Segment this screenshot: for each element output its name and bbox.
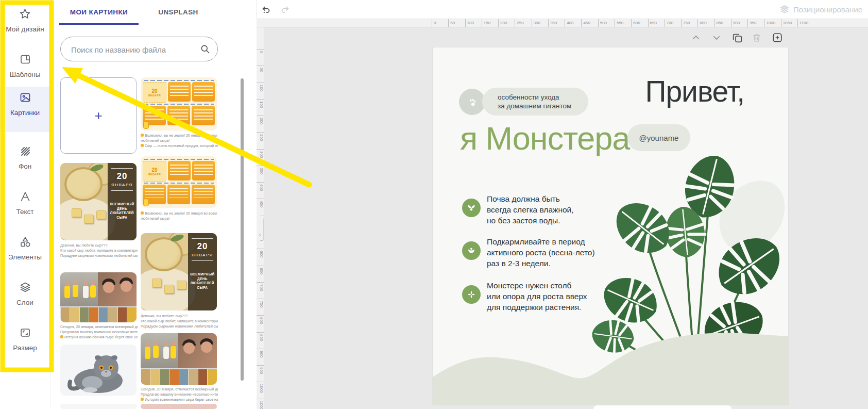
bullet-icon-soil[interactable]: [462, 199, 481, 217]
search-box: [60, 37, 218, 61]
v-ruler-tick: 450: [257, 199, 264, 207]
positioning-label: Позиционирование: [793, 5, 862, 14]
v-ruler-tick: 50: [257, 66, 264, 72]
poster-title-name[interactable]: я Монстера: [460, 120, 629, 157]
tile-caption: Возможно, вы не знали! 20 января во всем…: [141, 133, 218, 149]
handle-pill[interactable]: @youname: [627, 124, 690, 151]
sidebar-item-text[interactable]: Текст: [0, 186, 50, 231]
sidebar-item-layers[interactable]: Слои: [0, 276, 50, 322]
v-ruler-tick: 950: [257, 365, 264, 374]
h-ruler-tick: 750: [681, 19, 690, 27]
image-tile-infographic-1[interactable]: 20ЯНВАРЯ: [141, 77, 217, 130]
h-ruler-tick: 550: [615, 19, 623, 27]
bullet-text-2[interactable]: Подкармливайте в период активного роста …: [487, 236, 621, 269]
bullet-text-3[interactable]: Монстере нужен столб или опора для роста…: [487, 280, 621, 313]
h-ruler-tick: 650: [648, 19, 657, 27]
poster-title-hello[interactable]: Привет,: [645, 74, 744, 108]
image-tile-people-2[interactable]: [141, 333, 217, 385]
upload-image-tile[interactable]: +: [60, 77, 137, 154]
move-layer-up-button[interactable]: [689, 31, 703, 44]
handle-text: @youname: [639, 134, 679, 142]
sidebar-item-label: Размер: [13, 344, 37, 352]
cheese-tile-text-panel: 20 ЯНВАРЯ ВСЕМИРНЫЙ ДЕНЬ ЛЮБИТЕЛЕЙ СЫРА: [108, 163, 137, 240]
topic-text: особенности ухода за домашним гигантом: [498, 93, 588, 110]
h-ruler-tick: 450: [581, 19, 590, 27]
v-ruler-tick: 200: [257, 116, 264, 124]
topic-pill[interactable]: особенности ухода за домашним гигантом: [482, 88, 588, 116]
search-input[interactable]: [70, 38, 196, 61]
h-ruler-tick: 500: [598, 19, 607, 27]
cheese-day: 20: [108, 171, 137, 182]
sidebar-item-label: Мой дизайн: [6, 25, 44, 33]
bloom-icon: [466, 245, 477, 256]
tile-caption: Сегодня, 20 января, отмечается всемирный…: [60, 324, 138, 340]
layers-icon: [779, 4, 790, 14]
copy-icon: [732, 32, 743, 43]
search-icon[interactable]: [200, 44, 210, 56]
sidebar-item-my-design[interactable]: Мой дизайн: [0, 3, 50, 48]
image-tile-infographic-2[interactable]: 20ЯНВАРЯ: [141, 156, 217, 208]
tab-unsplash[interactable]: UNSPLASH: [139, 0, 218, 24]
add-page-button[interactable]: [771, 31, 784, 44]
panel-scrollbar[interactable]: [241, 78, 244, 381]
hatch-icon: [19, 144, 32, 158]
bullet-text-1[interactable]: Почва должна быть всегда слегка влажной,…: [487, 193, 621, 226]
v-ruler-tick: 0: [257, 49, 264, 53]
sidebar-item-label: Фон: [19, 162, 31, 170]
top-toolbar: Позиционирование: [257, 0, 868, 19]
cheese-month: ЯНВАРЯ: [108, 183, 137, 187]
h-ruler-tick: 200: [498, 19, 507, 27]
v-ruler-tick: 300: [257, 149, 264, 158]
tile-caption: Девочки, вы любите сыр??? Кто какой сыр …: [141, 314, 218, 329]
tab-label: UNSPLASH: [158, 8, 198, 16]
h-ruler-tick: 150: [482, 19, 490, 27]
h-ruler-tick: 900: [731, 19, 740, 27]
duplicate-button[interactable]: [730, 31, 744, 44]
sidebar-item-images[interactable]: Картинки: [0, 87, 50, 132]
zoom-bar[interactable]: [593, 405, 731, 409]
h-ruler-tick: 1100: [797, 19, 808, 27]
bullet-icon-feed[interactable]: [462, 241, 481, 260]
image-tile-cat[interactable]: [60, 345, 137, 396]
v-ruler-tick: 350: [257, 166, 264, 174]
bullet-icon-support[interactable]: [462, 285, 481, 304]
horizontal-ruler: 0501001502002503003504004505005506006507…: [257, 19, 868, 27]
image-tile-partial[interactable]: [60, 404, 137, 409]
images-panel: МОИ КАРТИНКИ UNSPLASH + 20 ЯНВАРЯ ВСЕМИР…: [50, 0, 257, 409]
v-ruler-tick: 150: [257, 99, 264, 108]
sidebar-item-label: Элементы: [8, 253, 42, 261]
h-ruler-tick: 950: [747, 19, 756, 27]
artboard[interactable]: особенности ухода за домашним гигантом П…: [433, 47, 788, 405]
undo-button[interactable]: [260, 3, 273, 15]
delete-button[interactable]: [750, 31, 763, 44]
topic-icon-circle[interactable]: [459, 89, 485, 115]
tab-my-images[interactable]: МОИ КАРТИНКИ: [59, 0, 139, 24]
image-tile-partial-2[interactable]: [141, 404, 217, 409]
sidebar-item-label: Текст: [16, 208, 34, 216]
h-ruler-tick: 0: [432, 19, 436, 27]
layers-icon: [19, 281, 32, 294]
v-ruler-tick: 850: [257, 332, 264, 341]
v-ruler-tick: 800: [257, 315, 264, 324]
sidebar-item-elements[interactable]: Элементы: [0, 231, 50, 276]
trash-icon: [752, 32, 762, 43]
sidebar-item-size[interactable]: Размер: [0, 322, 50, 367]
text-icon: [19, 190, 32, 203]
chevron-down-icon: [712, 33, 721, 42]
v-ruler-tick: 900: [257, 349, 264, 357]
redo-button[interactable]: [279, 3, 291, 15]
image-tile-cheese-2[interactable]: 20 ЯНВАРЯ ВСЕМИРНЫЙ ДЕНЬ ЛЮБИТЕЛЕЙ СЫРА: [141, 233, 217, 310]
v-ruler-tick: 250: [257, 132, 264, 141]
h-ruler-tick: 1050: [781, 19, 792, 27]
plus-icon: +: [94, 109, 102, 122]
sidebar-item-background[interactable]: Фон: [0, 140, 50, 186]
positioning-button[interactable]: Позиционирование: [779, 4, 862, 14]
image-tile-cheese[interactable]: 20 ЯНВАРЯ ВСЕМИРНЫЙ ДЕНЬ ЛЮБИТЕЛЕЙ СЫРА: [60, 163, 137, 240]
active-tab-underline: [59, 23, 139, 25]
move-layer-down-button[interactable]: [710, 31, 723, 44]
plus-square-icon: [772, 32, 783, 43]
image-tile-people[interactable]: [60, 272, 137, 322]
tile-caption: Девочки, вы любите сыр??? Кто какой сыр …: [60, 243, 138, 258]
app-window: 0501001502002503003504004505005506006507…: [0, 0, 868, 409]
image-icon: [19, 91, 32, 104]
